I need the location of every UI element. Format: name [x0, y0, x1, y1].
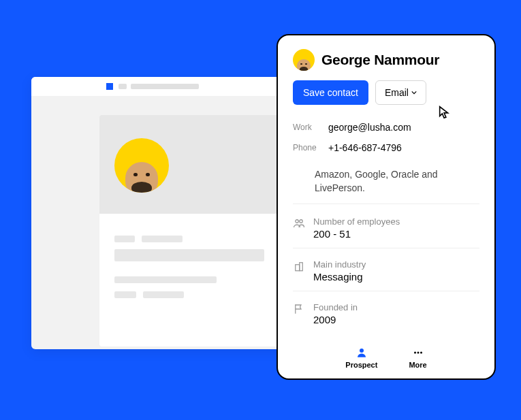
phone-value: +1-646-687-4796	[328, 142, 402, 153]
email-dropdown-button[interactable]: Email	[375, 80, 426, 105]
phone-row: Phone +1-646-687-4796	[293, 138, 479, 158]
people-icon	[293, 217, 305, 229]
svg-point-0	[296, 219, 299, 223]
window-indicator-icon	[106, 83, 113, 90]
popup-bottom-nav: Prospect More	[278, 340, 494, 378]
employees-value: 200 - 51	[313, 228, 400, 240]
svg-point-5	[414, 352, 416, 354]
save-contact-button[interactable]: Save contact	[293, 80, 368, 105]
phone-label: Phone	[293, 143, 317, 152]
employees-label: Number of employees	[313, 216, 400, 227]
toolbar-placeholder	[119, 84, 127, 89]
contact-info: Work george@lusha.com Phone +1-646-687-4…	[278, 117, 494, 158]
popup-header: George Nammour	[278, 35, 494, 80]
svg-point-1	[300, 219, 303, 223]
contact-avatar	[293, 49, 315, 71]
nav-more-label: More	[409, 361, 426, 369]
contact-name: George Nammour	[321, 52, 439, 68]
avatar-face-icon	[297, 59, 310, 71]
chevron-down-icon	[411, 90, 417, 95]
avatar-face-icon	[125, 162, 158, 193]
industry-value: Messaging	[313, 271, 366, 282]
founded-value: 2009	[313, 314, 358, 325]
svg-point-6	[417, 352, 419, 354]
work-label: Work	[293, 123, 317, 132]
svg-point-7	[420, 352, 422, 354]
profile-avatar	[114, 138, 169, 193]
nav-prospect[interactable]: Prospect	[345, 346, 377, 369]
person-icon	[356, 346, 368, 359]
svg-point-4	[360, 349, 364, 353]
popup-actions: Save contact Email	[278, 80, 494, 117]
work-email-row: Work george@lusha.com	[293, 117, 479, 138]
toolbar-placeholder	[131, 84, 199, 89]
company-details: Amazon, Google, Oracle and LivePerson. N…	[278, 158, 494, 340]
email-button-label: Email	[385, 87, 409, 98]
svg-rect-3	[300, 262, 303, 270]
work-email-value: george@lusha.com	[328, 122, 411, 133]
contact-popup: George Nammour Save contact Email Work g…	[277, 34, 496, 380]
nav-more[interactable]: More	[409, 346, 426, 369]
employees-block: Number of employees 200 - 51	[293, 212, 479, 248]
industry-label: Main industry	[313, 259, 366, 270]
founded-block: Founded in 2009	[293, 298, 479, 325]
founded-label: Founded in	[313, 302, 358, 312]
building-icon	[293, 260, 305, 272]
nav-prospect-label: Prospect	[345, 361, 377, 369]
industry-block: Main industry Messaging	[293, 255, 479, 291]
more-dots-icon	[412, 346, 424, 359]
flag-icon	[293, 303, 305, 315]
svg-rect-2	[296, 264, 300, 270]
summary-text: Amazon, Google, Oracle and LivePerson.	[293, 167, 479, 204]
